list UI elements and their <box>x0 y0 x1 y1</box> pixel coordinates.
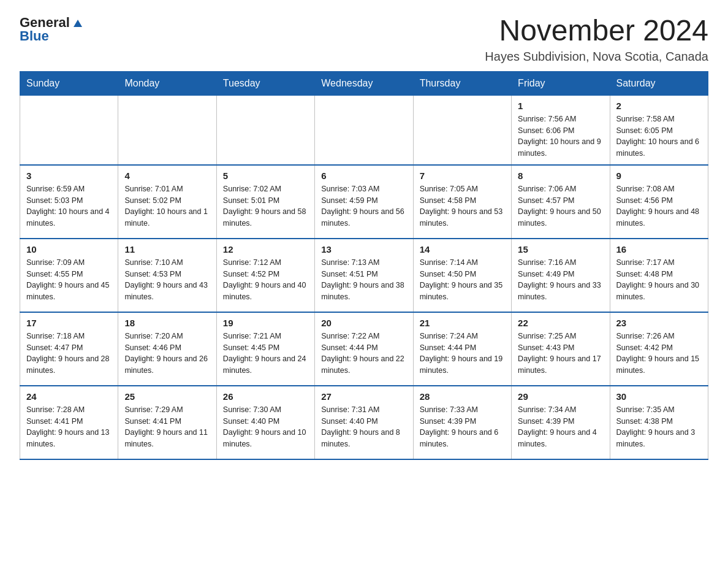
day-number: 27 <box>321 391 406 402</box>
calendar-cell: 24Sunrise: 7:28 AM Sunset: 4:41 PM Dayli… <box>20 386 118 459</box>
day-number: 1 <box>518 101 603 111</box>
day-info: Sunrise: 7:21 AM Sunset: 4:45 PM Dayligh… <box>223 331 308 377</box>
calendar-cell: 2Sunrise: 7:58 AM Sunset: 6:05 PM Daylig… <box>610 95 708 165</box>
day-info: Sunrise: 7:05 AM Sunset: 4:58 PM Dayligh… <box>420 183 505 229</box>
calendar-cell: 12Sunrise: 7:12 AM Sunset: 4:52 PM Dayli… <box>216 239 314 312</box>
day-number: 6 <box>321 170 406 181</box>
weekday-header-monday: Monday <box>118 71 216 95</box>
day-number: 21 <box>420 318 505 328</box>
day-number: 7 <box>420 170 505 181</box>
logo-blue-text: Blue <box>20 28 49 44</box>
calendar-cell: 14Sunrise: 7:14 AM Sunset: 4:50 PM Dayli… <box>413 239 511 312</box>
calendar-cell <box>413 95 511 165</box>
day-info: Sunrise: 7:25 AM Sunset: 4:43 PM Dayligh… <box>518 331 603 377</box>
calendar-cell: 23Sunrise: 7:26 AM Sunset: 4:42 PM Dayli… <box>610 312 708 386</box>
title-block: November 2024 Hayes Subdivision, Nova Sc… <box>485 15 708 64</box>
weekday-header-saturday: Saturday <box>610 71 708 95</box>
day-info: Sunrise: 7:58 AM Sunset: 6:05 PM Dayligh… <box>616 113 702 159</box>
calendar-cell: 17Sunrise: 7:18 AM Sunset: 4:47 PM Dayli… <box>20 312 118 386</box>
weekday-header-sunday: Sunday <box>20 71 118 95</box>
calendar-cell: 27Sunrise: 7:31 AM Sunset: 4:40 PM Dayli… <box>315 386 413 459</box>
calendar-cell: 26Sunrise: 7:30 AM Sunset: 4:40 PM Dayli… <box>216 386 314 459</box>
day-number: 24 <box>26 391 112 402</box>
day-number: 3 <box>26 170 112 181</box>
calendar-cell: 19Sunrise: 7:21 AM Sunset: 4:45 PM Dayli… <box>216 312 314 386</box>
weekday-header-friday: Friday <box>512 71 610 95</box>
day-info: Sunrise: 7:01 AM Sunset: 5:02 PM Dayligh… <box>124 183 210 229</box>
day-info: Sunrise: 7:30 AM Sunset: 4:40 PM Dayligh… <box>223 404 308 450</box>
day-info: Sunrise: 7:16 AM Sunset: 4:49 PM Dayligh… <box>518 257 603 303</box>
day-info: Sunrise: 7:06 AM Sunset: 4:57 PM Dayligh… <box>518 183 603 229</box>
day-number: 8 <box>518 170 603 181</box>
day-number: 19 <box>223 318 308 328</box>
calendar-cell: 28Sunrise: 7:33 AM Sunset: 4:39 PM Dayli… <box>413 386 511 459</box>
calendar-cell: 20Sunrise: 7:22 AM Sunset: 4:44 PM Dayli… <box>315 312 413 386</box>
calendar-week-row: 3Sunrise: 6:59 AM Sunset: 5:03 PM Daylig… <box>20 165 708 239</box>
day-number: 16 <box>616 244 702 255</box>
weekday-header-thursday: Thursday <box>413 71 511 95</box>
day-info: Sunrise: 7:03 AM Sunset: 4:59 PM Dayligh… <box>321 183 406 229</box>
day-info: Sunrise: 7:12 AM Sunset: 4:52 PM Dayligh… <box>223 257 308 303</box>
calendar-cell: 22Sunrise: 7:25 AM Sunset: 4:43 PM Dayli… <box>512 312 610 386</box>
svg-marker-0 <box>74 20 82 27</box>
calendar-cell: 8Sunrise: 7:06 AM Sunset: 4:57 PM Daylig… <box>512 165 610 239</box>
day-info: Sunrise: 7:26 AM Sunset: 4:42 PM Dayligh… <box>616 331 702 377</box>
calendar-cell: 25Sunrise: 7:29 AM Sunset: 4:41 PM Dayli… <box>118 386 216 459</box>
calendar-cell: 29Sunrise: 7:34 AM Sunset: 4:39 PM Dayli… <box>512 386 610 459</box>
day-number: 28 <box>420 391 505 402</box>
day-number: 9 <box>616 170 702 181</box>
day-info: Sunrise: 7:33 AM Sunset: 4:39 PM Dayligh… <box>420 404 505 450</box>
day-number: 2 <box>616 101 702 111</box>
day-info: Sunrise: 7:24 AM Sunset: 4:44 PM Dayligh… <box>420 331 505 377</box>
weekday-header-tuesday: Tuesday <box>216 71 314 95</box>
day-info: Sunrise: 7:18 AM Sunset: 4:47 PM Dayligh… <box>26 331 112 377</box>
day-info: Sunrise: 7:17 AM Sunset: 4:48 PM Dayligh… <box>616 257 702 303</box>
weekday-header-wednesday: Wednesday <box>315 71 413 95</box>
day-number: 30 <box>616 391 702 402</box>
calendar-cell: 4Sunrise: 7:01 AM Sunset: 5:02 PM Daylig… <box>118 165 216 239</box>
calendar-cell: 5Sunrise: 7:02 AM Sunset: 5:01 PM Daylig… <box>216 165 314 239</box>
day-number: 13 <box>321 244 406 255</box>
calendar-cell: 21Sunrise: 7:24 AM Sunset: 4:44 PM Dayli… <box>413 312 511 386</box>
day-info: Sunrise: 7:29 AM Sunset: 4:41 PM Dayligh… <box>124 404 210 450</box>
day-info: Sunrise: 7:31 AM Sunset: 4:40 PM Dayligh… <box>321 404 406 450</box>
calendar-table: SundayMondayTuesdayWednesdayThursdayFrid… <box>20 71 708 460</box>
day-info: Sunrise: 7:14 AM Sunset: 4:50 PM Dayligh… <box>420 257 505 303</box>
calendar-cell <box>315 95 413 165</box>
day-info: Sunrise: 7:13 AM Sunset: 4:51 PM Dayligh… <box>321 257 406 303</box>
day-info: Sunrise: 7:22 AM Sunset: 4:44 PM Dayligh… <box>321 331 406 377</box>
day-number: 23 <box>616 318 702 328</box>
day-number: 22 <box>518 318 603 328</box>
calendar-cell: 9Sunrise: 7:08 AM Sunset: 4:56 PM Daylig… <box>610 165 708 239</box>
calendar-week-row: 17Sunrise: 7:18 AM Sunset: 4:47 PM Dayli… <box>20 312 708 386</box>
day-info: Sunrise: 6:59 AM Sunset: 5:03 PM Dayligh… <box>26 183 112 229</box>
day-info: Sunrise: 7:20 AM Sunset: 4:46 PM Dayligh… <box>124 331 210 377</box>
day-info: Sunrise: 7:10 AM Sunset: 4:53 PM Dayligh… <box>124 257 210 303</box>
calendar-cell: 13Sunrise: 7:13 AM Sunset: 4:51 PM Dayli… <box>315 239 413 312</box>
day-number: 26 <box>223 391 308 402</box>
day-info: Sunrise: 7:35 AM Sunset: 4:38 PM Dayligh… <box>616 404 702 450</box>
main-title: November 2024 <box>485 15 708 47</box>
calendar-cell: 16Sunrise: 7:17 AM Sunset: 4:48 PM Dayli… <box>610 239 708 312</box>
page-header: General Blue November 2024 Hayes Subdivi… <box>20 15 708 64</box>
calendar-cell: 3Sunrise: 6:59 AM Sunset: 5:03 PM Daylig… <box>20 165 118 239</box>
calendar-week-row: 24Sunrise: 7:28 AM Sunset: 4:41 PM Dayli… <box>20 386 708 459</box>
calendar-cell: 11Sunrise: 7:10 AM Sunset: 4:53 PM Dayli… <box>118 239 216 312</box>
calendar-cell: 15Sunrise: 7:16 AM Sunset: 4:49 PM Dayli… <box>512 239 610 312</box>
day-number: 29 <box>518 391 603 402</box>
day-info: Sunrise: 7:34 AM Sunset: 4:39 PM Dayligh… <box>518 404 603 450</box>
day-number: 5 <box>223 170 308 181</box>
calendar-cell <box>20 95 118 165</box>
calendar-week-row: 1Sunrise: 7:56 AM Sunset: 6:06 PM Daylig… <box>20 95 708 165</box>
weekday-header-row: SundayMondayTuesdayWednesdayThursdayFrid… <box>20 71 708 95</box>
calendar-cell: 10Sunrise: 7:09 AM Sunset: 4:55 PM Dayli… <box>20 239 118 312</box>
day-number: 10 <box>26 244 112 255</box>
day-number: 4 <box>124 170 210 181</box>
day-info: Sunrise: 7:02 AM Sunset: 5:01 PM Dayligh… <box>223 183 308 229</box>
day-number: 14 <box>420 244 505 255</box>
day-number: 20 <box>321 318 406 328</box>
day-number: 12 <box>223 244 308 255</box>
calendar-week-row: 10Sunrise: 7:09 AM Sunset: 4:55 PM Dayli… <box>20 239 708 312</box>
logo: General Blue <box>20 15 85 44</box>
calendar-cell: 6Sunrise: 7:03 AM Sunset: 4:59 PM Daylig… <box>315 165 413 239</box>
